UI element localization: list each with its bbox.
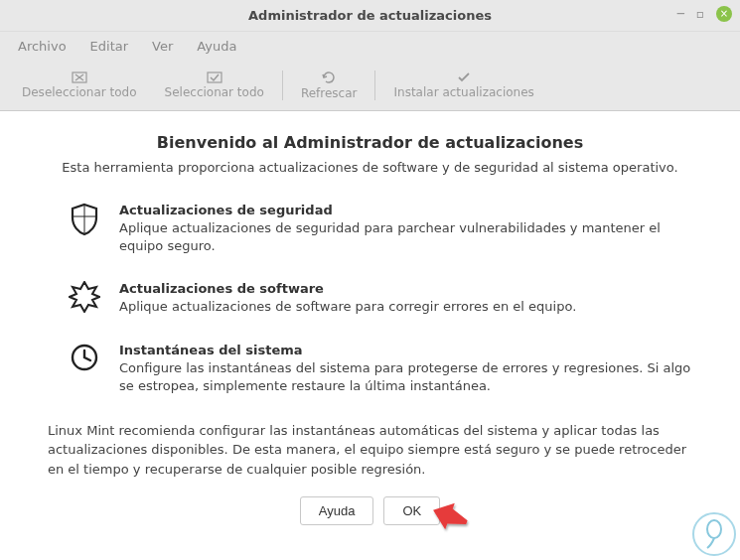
footer-note: Linux Mint recomienda configurar las ins… [48, 421, 692, 480]
window-controls: ─ ▫ × [677, 6, 732, 22]
window-title: Administrador de actualizaciones [248, 8, 492, 23]
feature-desc: Aplique actualizaciones de seguridad par… [119, 219, 692, 255]
toolbar-label: Instalar actualizaciones [393, 85, 533, 99]
maximize-icon[interactable]: ▫ [696, 7, 704, 21]
feature-title: Actualizaciones de seguridad [119, 203, 692, 217]
watermark-logo-icon [692, 512, 736, 556]
feature-software: Actualizaciones de software Aplique actu… [48, 281, 692, 316]
titlebar: Administrador de actualizaciones ─ ▫ × [0, 0, 740, 32]
toolbar-label: Deseleccionar todo [22, 85, 137, 99]
feature-desc: Aplique actualizaciones de software para… [119, 298, 692, 316]
install-icon [456, 71, 472, 83]
starburst-icon [68, 281, 101, 315]
toolbar-label: Refrescar [301, 86, 358, 100]
menu-help[interactable]: Ayuda [187, 36, 246, 57]
svg-rect-3 [208, 72, 222, 82]
svg-point-7 [707, 520, 721, 538]
feature-title: Instantáneas del sistema [119, 343, 692, 357]
clock-icon [68, 343, 101, 376]
install-updates-button[interactable]: Instalar actualizaciones [379, 68, 547, 103]
select-icon [207, 71, 222, 83]
welcome-title: Bienvenido al Administrador de actualiza… [48, 133, 692, 152]
feature-snapshots: Instantáneas del sistema Configure las i… [48, 343, 692, 395]
refresh-icon [321, 70, 337, 84]
welcome-subtitle: Esta herramienta proporciona actualizaci… [48, 160, 692, 175]
menubar: Archivo Editar Ver Ayuda [0, 32, 740, 60]
menu-edit[interactable]: Editar [80, 36, 139, 57]
feature-desc: Configure las instantáneas del sistema p… [119, 359, 692, 395]
menu-file[interactable]: Archivo [8, 36, 76, 57]
ok-button[interactable]: OK [383, 496, 440, 525]
select-all-button[interactable]: Seleccionar todo [151, 68, 278, 103]
toolbar-separator [374, 70, 375, 100]
deselect-all-button[interactable]: Deseleccionar todo [8, 68, 151, 103]
shield-icon [68, 203, 101, 236]
feature-title: Actualizaciones de software [119, 281, 692, 296]
svg-marker-4 [70, 282, 99, 312]
toolbar-label: Seleccionar todo [165, 85, 264, 99]
minimize-icon[interactable]: ─ [677, 7, 684, 21]
menu-view[interactable]: Ver [142, 36, 183, 57]
close-icon[interactable]: × [716, 6, 732, 22]
help-button[interactable]: Ayuda [300, 496, 374, 525]
refresh-button[interactable]: Refrescar [287, 67, 371, 104]
feature-security: Actualizaciones de seguridad Aplique act… [48, 203, 692, 255]
toolbar: Deseleccionar todo Seleccionar todo Refr… [0, 60, 740, 111]
welcome-panel: Bienvenido al Administrador de actualiza… [0, 111, 740, 543]
toolbar-separator [282, 70, 283, 100]
dialog-buttons: Ayuda OK [48, 496, 692, 525]
deselect-icon [72, 71, 87, 83]
